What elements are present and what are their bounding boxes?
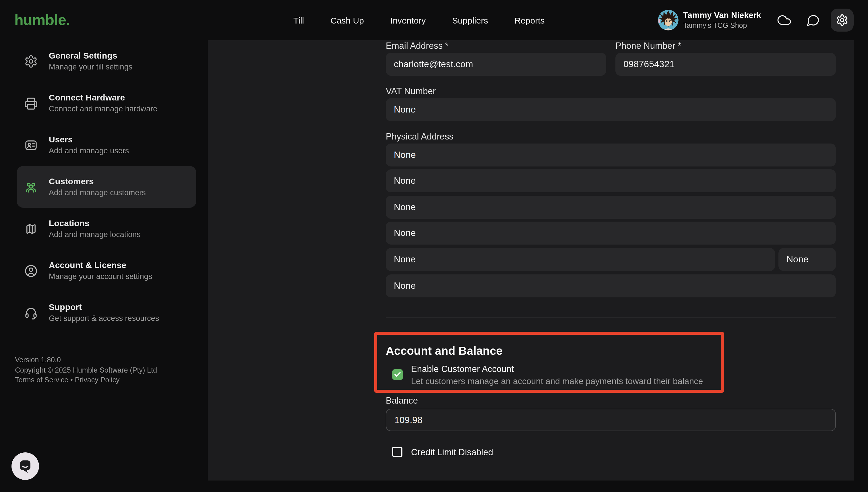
sidebar-item-customers[interactable]: Customers Add and manage customers (17, 166, 196, 208)
vat-field[interactable]: None (386, 98, 836, 121)
sidebar-item-title: Support (49, 301, 159, 313)
humble-logo: humble. (14, 11, 70, 29)
sidebar-item-users[interactable]: Users Add and manage users (17, 124, 196, 166)
nav-item-suppliers[interactable]: Suppliers (452, 15, 488, 25)
vat-label: VAT Number (386, 86, 436, 96)
main-nav: Till Cash Up Inventory Suppliers Reports (293, 0, 545, 40)
sidebar-item-title: Users (49, 134, 129, 145)
user-info[interactable]: Tammy Van Niekerk Tammy's TCG Shop (683, 10, 761, 29)
map-icon (24, 222, 38, 236)
nav-item-cash-up[interactable]: Cash Up (330, 15, 364, 25)
settings-button[interactable] (831, 8, 854, 31)
gear-icon (24, 54, 38, 68)
chat-bubble-icon (18, 459, 33, 474)
settings-sidebar: General Settings Manage your till settin… (0, 40, 208, 492)
printer-icon (24, 96, 38, 110)
address-code-field[interactable]: None (778, 248, 836, 271)
address-line4-field[interactable]: None (386, 222, 836, 245)
sidebar-item-general-settings[interactable]: General Settings Manage your till settin… (17, 40, 196, 82)
sidebar-item-subtitle: Add and manage customers (49, 187, 146, 198)
phone-field[interactable]: 0987654321 (615, 53, 836, 76)
nav-item-till[interactable]: Till (293, 15, 304, 25)
user-name: Tammy Van Niekerk (683, 10, 761, 20)
balance-field[interactable]: 109.98 (386, 409, 836, 431)
address-line2-field[interactable]: None (386, 169, 836, 192)
avatar[interactable] (658, 10, 678, 30)
sidebar-item-title: Connect Hardware (49, 92, 157, 103)
sidebar-item-title: General Settings (49, 50, 132, 62)
top-nav: humble. Till Cash Up Inventory Suppliers… (0, 0, 868, 40)
id-card-icon (24, 138, 38, 152)
account-balance-heading: Account and Balance (386, 343, 503, 358)
check-icon (394, 371, 401, 378)
user-circle-icon (24, 264, 38, 277)
balance-value: 109.98 (394, 415, 423, 425)
balance-label: Balance (386, 396, 418, 405)
address-city-field[interactable]: None (386, 248, 775, 271)
credit-limit-label: Credit Limit Disabled (411, 447, 493, 458)
email-value: charlotte@test.com (394, 59, 473, 70)
app-window: humble. Till Cash Up Inventory Suppliers… (0, 0, 868, 492)
address-line3-field[interactable]: None (386, 196, 836, 219)
cloud-sync-icon[interactable] (777, 13, 792, 28)
version-text: Version 1.80.0 (15, 355, 157, 365)
legal-links[interactable]: Terms of Service • Privacy Policy (15, 375, 157, 386)
sidebar-item-connect-hardware[interactable]: Connect Hardware Connect and manage hard… (17, 82, 196, 124)
vat-value: None (394, 104, 416, 115)
sidebar-item-locations[interactable]: Locations Add and manage locations (17, 208, 196, 250)
nav-item-reports[interactable]: Reports (514, 15, 545, 25)
email-field[interactable]: charlotte@test.com (386, 53, 606, 76)
address-line1-field[interactable]: None (386, 144, 836, 167)
sidebar-item-support[interactable]: Support Get support & access resources (17, 292, 196, 334)
sidebar-item-subtitle: Add and manage locations (49, 229, 141, 240)
sidebar-item-subtitle: Manage your account settings (49, 271, 152, 282)
support-chat-launcher[interactable] (11, 452, 39, 480)
address-country-field[interactable]: None (386, 274, 836, 297)
phone-label: Phone Number * (615, 41, 681, 51)
sidebar-item-title: Account & License (49, 260, 152, 271)
headset-icon (24, 306, 38, 319)
sidebar-item-subtitle: Connect and manage hardware (49, 103, 157, 114)
enable-customer-account-checkbox[interactable] (392, 369, 403, 380)
gear-icon (836, 14, 848, 26)
enable-customer-account-description: Let customers manage an account and make… (411, 375, 703, 386)
physical-address-label: Physical Address (386, 131, 453, 141)
users-group-icon (24, 180, 38, 194)
sidebar-item-account-license[interactable]: Account & License Manage your account se… (17, 250, 196, 292)
sidebar-footer: Version 1.80.0 Copyright © 2025 Humble S… (15, 355, 157, 386)
sidebar-item-subtitle: Manage your till settings (49, 62, 132, 72)
chat-icon[interactable] (805, 13, 820, 28)
email-label: Email Address * (386, 41, 449, 51)
credit-limit-checkbox[interactable] (392, 447, 402, 457)
copyright-text: Copyright © 2025 Humble Software (Pty) L… (15, 365, 157, 375)
nav-item-inventory[interactable]: Inventory (390, 15, 426, 25)
user-shop: Tammy's TCG Shop (683, 22, 761, 29)
sidebar-item-subtitle: Get support & access resources (49, 313, 159, 324)
phone-value: 0987654321 (623, 59, 674, 70)
enable-customer-account-label: Enable Customer Account (411, 363, 514, 374)
customer-detail-panel: Email Address * charlotte@test.com Phone… (208, 40, 854, 481)
sidebar-item-title: Customers (49, 176, 146, 187)
section-divider (386, 317, 836, 318)
sidebar-item-subtitle: Add and manage users (49, 145, 129, 156)
sidebar-item-title: Locations (49, 218, 141, 229)
